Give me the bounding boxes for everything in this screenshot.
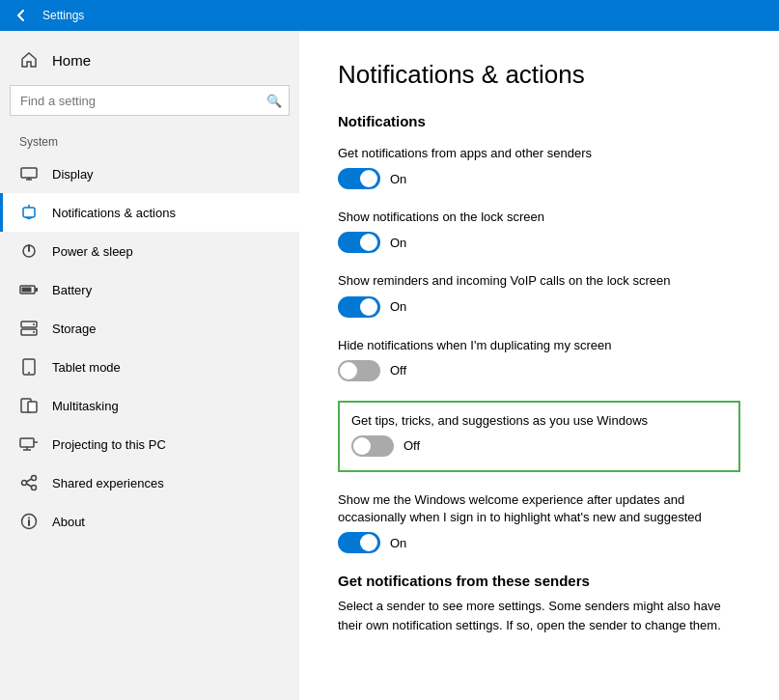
power-label: Power & sleep <box>52 244 133 259</box>
sidebar-home[interactable]: Home <box>0 31 299 85</box>
svg-point-15 <box>28 372 30 374</box>
sidebar-item-about[interactable]: About <box>0 502 299 541</box>
about-icon <box>19 512 39 531</box>
toggle-knob <box>353 437 371 455</box>
senders-description: Select a sender to see more settings. So… <box>338 597 740 634</box>
tablet-icon <box>19 357 39 377</box>
sidebar-item-battery[interactable]: Battery <box>0 270 299 309</box>
toggle-knob <box>340 362 357 379</box>
svg-point-13 <box>33 331 35 333</box>
sidebar-item-multitasking[interactable]: Multitasking <box>0 386 299 425</box>
multitasking-label: Multitasking <box>52 399 119 413</box>
welcome-experience-toggle-row: On <box>338 532 740 553</box>
lock-screen-label: Show notifications on the lock screen <box>338 209 740 226</box>
display-icon <box>19 164 39 183</box>
sidebar-search-container: 🔍 <box>10 85 290 116</box>
content-area: Notifications & actions Notifications Ge… <box>299 31 779 700</box>
tips-tricks-toggle[interactable] <box>351 435 394 457</box>
svg-point-23 <box>22 481 27 486</box>
voip-label: Show reminders and incoming VoIP calls o… <box>338 272 740 290</box>
projecting-label: Projecting to this PC <box>52 437 166 452</box>
system-section-label: System <box>0 131 299 154</box>
title-bar: Settings <box>0 0 779 31</box>
lock-screen-toggle[interactable] <box>338 232 380 253</box>
storage-icon <box>19 319 39 338</box>
svg-point-12 <box>33 323 35 325</box>
setting-voip-lock-screen: Show reminders and incoming VoIP calls o… <box>338 272 740 317</box>
search-icon: 🔍 <box>266 94 282 108</box>
svg-point-29 <box>28 518 30 519</box>
lock-screen-toggle-row: On <box>338 232 740 253</box>
sidebar: Home 🔍 System Display <box>0 31 299 700</box>
setting-welcome-experience: Show me the Windows welcome experience a… <box>338 491 740 553</box>
svg-rect-0 <box>21 168 37 178</box>
welcome-experience-toggle[interactable] <box>338 532 380 553</box>
svg-rect-9 <box>22 288 32 293</box>
toggle-knob <box>360 234 377 251</box>
duplicate-screen-state: Off <box>390 363 406 378</box>
apps-notifications-state: On <box>390 172 406 186</box>
apps-notifications-label: Get notifications from apps and other se… <box>338 145 740 162</box>
tips-tricks-toggle-row: Off <box>351 435 727 457</box>
toggle-knob <box>360 534 377 551</box>
page-title: Notifications & actions <box>338 60 740 90</box>
voip-state: On <box>390 299 406 314</box>
duplicate-screen-label: Hide notifications when I'm duplicating … <box>338 337 740 354</box>
shared-label: Shared experiences <box>52 476 164 490</box>
sidebar-item-display[interactable]: Display <box>0 154 299 193</box>
svg-rect-3 <box>23 208 35 217</box>
power-icon <box>19 241 39 261</box>
setting-lock-screen-notifications: Show notifications on the lock screen On <box>338 209 740 253</box>
toggle-knob <box>360 170 377 187</box>
search-input[interactable] <box>10 85 290 116</box>
apps-notifications-toggle-row: On <box>338 168 740 189</box>
duplicate-screen-toggle[interactable] <box>338 360 380 381</box>
battery-label: Battery <box>52 283 92 297</box>
senders-section-title: Get notifications from these senders <box>338 573 740 589</box>
back-button[interactable] <box>10 4 33 27</box>
projecting-icon <box>19 434 39 454</box>
sidebar-item-storage[interactable]: Storage <box>0 309 299 348</box>
svg-line-26 <box>27 484 32 487</box>
storage-label: Storage <box>52 322 97 336</box>
tips-tricks-state: Off <box>403 438 420 453</box>
svg-point-22 <box>32 476 37 481</box>
setting-apps-notifications: Get notifications from apps and other se… <box>338 145 740 189</box>
toggle-knob <box>360 298 377 316</box>
lock-screen-state: On <box>390 236 406 250</box>
sidebar-item-shared[interactable]: Shared experiences <box>0 463 299 502</box>
sidebar-item-notifications[interactable]: Notifications & actions <box>0 193 299 232</box>
notifications-icon <box>19 203 39 222</box>
svg-line-25 <box>27 479 32 482</box>
window-title: Settings <box>42 9 84 22</box>
voip-toggle[interactable] <box>338 296 380 318</box>
svg-rect-18 <box>20 438 34 447</box>
svg-rect-8 <box>36 288 39 292</box>
svg-rect-17 <box>28 402 37 412</box>
tips-tricks-label: Get tips, tricks, and suggestions as you… <box>351 412 727 430</box>
welcome-experience-state: On <box>390 536 406 550</box>
sidebar-item-tablet[interactable]: Tablet mode <box>0 348 299 386</box>
display-label: Display <box>52 167 94 182</box>
main-layout: Home 🔍 System Display <box>0 31 779 700</box>
home-label: Home <box>52 52 91 69</box>
duplicate-screen-toggle-row: Off <box>338 360 740 381</box>
tablet-label: Tablet mode <box>52 360 121 375</box>
notifications-section-title: Notifications <box>338 113 740 129</box>
sidebar-item-projecting[interactable]: Projecting to this PC <box>0 425 299 463</box>
sidebar-item-power[interactable]: Power & sleep <box>0 232 299 270</box>
notifications-label: Notifications & actions <box>52 206 176 220</box>
multitasking-icon <box>19 396 39 415</box>
shared-icon <box>19 473 39 492</box>
voip-toggle-row: On <box>338 296 740 318</box>
setting-duplicate-screen: Hide notifications when I'm duplicating … <box>338 337 740 381</box>
battery-icon <box>19 280 39 299</box>
svg-point-24 <box>32 486 37 490</box>
welcome-experience-label: Show me the Windows welcome experience a… <box>338 491 740 526</box>
about-label: About <box>52 515 85 529</box>
home-icon <box>19 50 39 70</box>
apps-notifications-toggle[interactable] <box>338 168 380 189</box>
setting-tips-tricks: Get tips, tricks, and suggestions as you… <box>338 401 740 472</box>
